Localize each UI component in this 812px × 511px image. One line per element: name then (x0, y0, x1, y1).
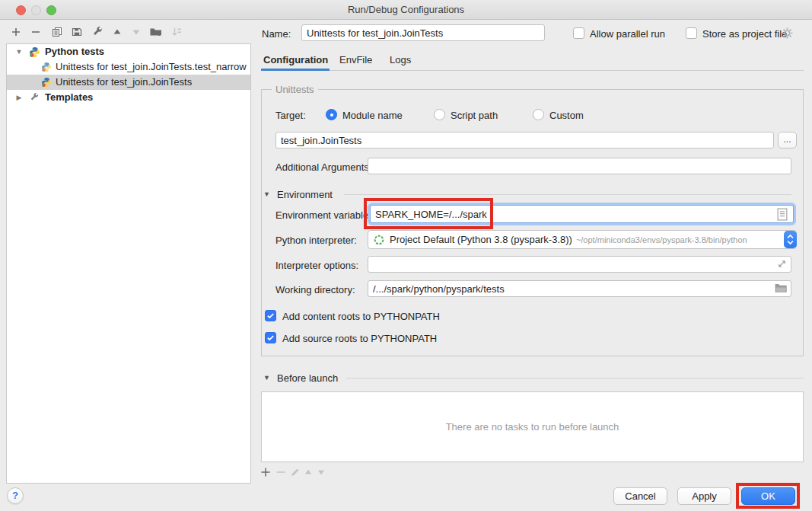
folder-icon[interactable] (774, 283, 788, 294)
tree-item-templates[interactable]: ▶ Templates (7, 90, 250, 105)
help-button[interactable]: ? (7, 487, 24, 504)
expand-field-icon[interactable] (776, 258, 788, 270)
environment-section-title: Environment (277, 189, 333, 200)
target-script-path-label: Script path (451, 110, 498, 121)
templates-wrench-icon (28, 90, 40, 105)
window-title: Run/Debug Configurations (0, 4, 812, 15)
collapse-arrow-icon[interactable]: ▼ (13, 44, 25, 59)
python-test-config-icon (40, 75, 53, 90)
environment-variables-field[interactable] (370, 205, 794, 223)
environment-section-line (344, 194, 791, 195)
before-launch-title: Before launch (277, 372, 338, 384)
task-down-icon (315, 466, 327, 478)
before-launch-collapse-icon[interactable]: ▼ (263, 374, 270, 382)
move-down-icon (129, 25, 143, 39)
tree-item-label[interactable]: Templates (45, 90, 93, 105)
copy-configuration-icon[interactable] (50, 25, 64, 39)
target-script-path-radio[interactable] (434, 109, 445, 120)
conda-env-icon (374, 235, 384, 245)
cancel-button[interactable]: Cancel (613, 487, 667, 505)
allow-parallel-run-checkbox[interactable] (573, 27, 584, 39)
add-source-roots-label: Add source roots to PYTHONPATH (282, 333, 437, 344)
no-tasks-message: There are no tasks to run before launch (262, 421, 803, 433)
tab-logs[interactable]: Logs (390, 54, 411, 65)
sort-configurations-icon (170, 25, 183, 39)
tree-item-label[interactable]: Unittests for test_join.JoinTests (56, 75, 192, 90)
ok-button[interactable]: OK (741, 487, 795, 505)
environment-variables-label: Environment variables: (275, 209, 376, 221)
name-label: Name: (262, 28, 291, 40)
interpreter-options-input[interactable] (368, 256, 791, 273)
browse-button[interactable]: ... (778, 132, 797, 149)
python-test-config-icon (40, 59, 53, 75)
add-content-roots-label: Add content roots to PYTHONPATH (282, 311, 440, 322)
python-interpreter-select[interactable]: Project Default (Python 3.8 (pyspark-3.8… (368, 230, 797, 249)
remove-configuration-icon[interactable] (29, 25, 43, 39)
name-input[interactable] (301, 24, 545, 41)
tree-item-label[interactable]: Python tests (45, 44, 104, 59)
edit-templates-icon[interactable] (91, 25, 104, 39)
allow-parallel-run-label: Allow parallel run (590, 28, 665, 40)
target-input[interactable] (275, 132, 774, 149)
expand-arrow-icon[interactable]: ▶ (13, 90, 25, 105)
store-as-project-file-label: Store as project file (702, 28, 787, 40)
before-launch-line (346, 378, 804, 378)
tree-item-python-tests[interactable]: ▼ Python tests (7, 44, 250, 59)
move-up-icon[interactable] (110, 25, 124, 39)
python-interpreter-label: Python interpreter: (275, 235, 357, 246)
tree-item-label[interactable]: Unittests for test_join.JoinTests.test_n… (56, 59, 247, 75)
store-as-project-file-checkbox[interactable] (686, 27, 697, 39)
apply-button[interactable]: Apply (677, 487, 731, 505)
save-configuration-icon[interactable] (70, 25, 84, 39)
interpreter-options-label: Interpreter options: (275, 260, 358, 271)
task-up-icon (302, 466, 314, 478)
tab-envfile[interactable]: EnvFile (339, 54, 372, 65)
additional-arguments-input[interactable] (368, 158, 791, 174)
tab-configuration[interactable]: Configuration (263, 54, 328, 65)
target-label: Target: (275, 110, 306, 121)
target-module-name-radio[interactable] (326, 109, 337, 120)
dropdown-stepper-icon[interactable] (784, 231, 797, 248)
remove-task-icon (275, 466, 287, 478)
edit-task-icon (289, 466, 301, 478)
additional-arguments-label: Additional Arguments: (275, 161, 371, 173)
new-folder-icon[interactable] (149, 25, 163, 39)
add-source-roots-checkbox[interactable] (265, 332, 276, 343)
title-bar: Run/Debug Configurations (0, 0, 812, 20)
tree-item-unittests-test-narrow[interactable]: Unittests for test_join.JoinTests.test_n… (7, 59, 250, 75)
working-directory-label: Working directory: (275, 284, 355, 295)
target-custom-label: Custom (549, 110, 584, 121)
run-debug-configurations-dialog: Run/Debug Configurations ▼ Python tests (0, 0, 812, 511)
python-tests-icon (28, 44, 40, 59)
add-content-roots-checkbox[interactable] (265, 310, 276, 321)
working-directory-input[interactable] (368, 280, 791, 297)
browse-variables-icon[interactable] (777, 208, 788, 221)
python-interpreter-value: Project Default (Python 3.8 (pyspark-3.8… (390, 234, 572, 245)
unittests-group-title: Unittests (272, 84, 318, 95)
target-custom-radio[interactable] (533, 109, 544, 120)
configurations-tree: ▼ Python tests Unittests for test_join.J… (6, 43, 251, 484)
gear-icon[interactable] (781, 27, 794, 40)
active-tab-underline (261, 69, 330, 71)
before-launch-tasks-panel: There are no tasks to run before launch (261, 391, 804, 462)
tab-divider (330, 70, 804, 71)
add-configuration-icon[interactable] (9, 25, 23, 39)
add-task-icon[interactable] (260, 466, 272, 478)
tree-item-unittests-jointests[interactable]: Unittests for test_join.JoinTests (7, 75, 250, 90)
environment-collapse-icon[interactable]: ▼ (263, 190, 270, 198)
python-interpreter-path: ~/opt/miniconda3/envs/pyspark-3.8/bin/py… (576, 235, 747, 244)
target-module-name-label: Module name (342, 110, 403, 121)
